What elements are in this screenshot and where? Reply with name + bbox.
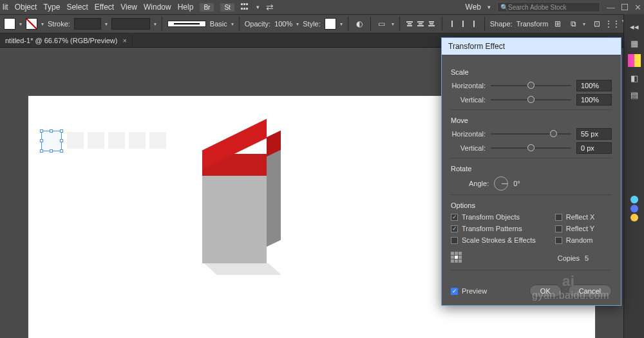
search-stock-input[interactable]: 🔍 Search Adobe Stock [497, 2, 600, 12]
valign-buttons [448, 19, 479, 28]
preview-checkbox[interactable]: Preview [451, 287, 487, 295]
transform-link[interactable]: Transform [516, 20, 549, 28]
chevron-down-icon[interactable]: ▾ [19, 21, 22, 27]
menu-item[interactable]: lit [3, 3, 8, 12]
fill-swatch[interactable] [4, 18, 15, 30]
divider [399, 17, 400, 31]
chevron-down-icon[interactable]: ▾ [392, 21, 394, 27]
align-bottom-icon[interactable] [469, 19, 479, 28]
cancel-button[interactable]: Cancel [568, 285, 612, 297]
align-vcenter-icon[interactable] [459, 19, 468, 28]
move-v-slider[interactable] [491, 144, 571, 153]
transform-icon[interactable]: ⊞ [552, 18, 564, 30]
reflect-x-checkbox[interactable]: Reflect X [555, 213, 595, 221]
scale-strokes-checkbox[interactable]: Scale Strokes & Effects [451, 236, 536, 244]
check-label: Random [566, 236, 593, 244]
align-left-icon[interactable] [405, 19, 415, 28]
arrange-docs-icon[interactable] [241, 3, 250, 11]
check-label: Preview [462, 287, 487, 295]
document-tab[interactable]: ntitled-1* @ 66.67% (RGB/Preview) × [0, 35, 133, 46]
transform-patterns-checkbox[interactable]: Transform Patterns [451, 225, 536, 232]
rotate-angle-row: Angle: 0° [469, 176, 612, 191]
scale-h-slider[interactable] [491, 81, 571, 90]
expand-panels-icon[interactable]: ◂◂ [629, 21, 640, 32]
color-dot[interactable] [630, 196, 638, 203]
move-v-row: Vertical: 0 px [451, 142, 612, 154]
stroke-swatch[interactable] [26, 18, 37, 30]
chevron-down-icon[interactable]: ▾ [340, 21, 343, 27]
style-swatch[interactable] [325, 18, 336, 30]
properties-icon[interactable]: ▦ [629, 37, 640, 49]
menu-item[interactable]: Type [43, 3, 60, 12]
align-hcenter-icon[interactable] [416, 19, 426, 28]
divider [162, 17, 162, 31]
recolor-icon[interactable]: ◐ [354, 18, 365, 30]
selection-box[interactable] [41, 131, 62, 151]
scale-v-value[interactable]: 100% [576, 94, 612, 106]
copy-ghosts [67, 132, 166, 149]
isolate-icon[interactable]: ⊡ [591, 18, 603, 30]
chevron-down-icon[interactable]: ▾ [154, 21, 156, 27]
shape-label: Shape: [490, 20, 513, 28]
main-menubar: lit Object Type Select Effect View Windo… [0, 0, 644, 14]
chevron-down-icon[interactable]: ▾ [583, 21, 585, 27]
search-placeholder: Search Adobe Stock [508, 4, 567, 11]
menu-item[interactable]: Select [66, 3, 88, 12]
workspace-preset[interactable]: Web [466, 3, 481, 12]
align-buttons [405, 19, 437, 28]
dialog-titlebar[interactable]: Transform Effect [442, 38, 621, 55]
color-dot[interactable] [630, 214, 638, 221]
ok-button[interactable]: OK [529, 285, 562, 297]
bridge-button[interactable]: Br [200, 3, 214, 12]
move-h-value[interactable]: 55 px [576, 128, 612, 140]
transform-objects-checkbox[interactable]: Transform Objects [451, 213, 536, 221]
close-tab-icon[interactable]: × [122, 37, 126, 44]
cloud-icon[interactable]: ⇄ [266, 2, 274, 12]
width-profile-input[interactable] [111, 18, 150, 30]
scale-h-row: Horizontal: 100% [451, 80, 612, 91]
libraries-icon[interactable]: ▤ [629, 89, 640, 100]
angle-label: Angle: [469, 180, 489, 187]
brush-preview[interactable] [167, 21, 206, 27]
align-top-icon[interactable] [448, 19, 457, 28]
chevron-down-icon[interactable]: ▾ [231, 21, 234, 27]
opacity-value[interactable]: 100% [274, 20, 292, 28]
menu-item[interactable]: Help [178, 3, 194, 12]
move-v-value[interactable]: 0 px [576, 142, 612, 154]
menu-item[interactable]: Effect [95, 3, 114, 12]
right-panel-strip: ◂◂ ▦ ◧ ▤ [623, 14, 644, 338]
arrange-icon[interactable]: ⧉ [567, 18, 579, 30]
menu-item[interactable]: Object [15, 3, 37, 12]
angle-value[interactable]: 0° [513, 180, 545, 187]
move-section-label: Move [451, 117, 612, 124]
copies-value[interactable]: 5 [585, 254, 612, 262]
rotate-section-label: Rotate [451, 165, 612, 173]
menu-item[interactable]: View [120, 3, 137, 12]
move-h-slider[interactable] [491, 129, 571, 138]
color-dot[interactable] [630, 205, 638, 212]
chevron-down-icon[interactable]: ▾ [256, 4, 260, 10]
stroke-weight-input[interactable] [74, 18, 101, 30]
stock-button[interactable]: St [220, 3, 234, 12]
edit-similar-icon[interactable]: ⋮⋮ [607, 18, 618, 30]
chevron-down-icon[interactable]: ▾ [105, 21, 108, 27]
options-bar: ▾ ▾ Stroke: ▾ ▾ Basic▾ Opacity: 100%▾ St… [0, 14, 644, 33]
chevron-down-icon[interactable]: ▾ [488, 4, 491, 10]
layers-icon[interactable]: ◧ [629, 72, 640, 84]
check-label: Transform Patterns [462, 225, 522, 232]
random-checkbox[interactable]: Random [555, 236, 595, 244]
minimize-icon[interactable]: — [607, 3, 615, 12]
angle-wheel[interactable] [494, 176, 508, 191]
close-icon[interactable]: ✕ [634, 3, 641, 12]
reference-point-icon[interactable] [451, 252, 464, 265]
scale-v-slider[interactable] [491, 95, 571, 104]
align-right-icon[interactable] [427, 19, 437, 28]
reflect-y-checkbox[interactable]: Reflect Y [555, 225, 595, 232]
menu-item[interactable]: Window [144, 3, 171, 12]
swatches-icon[interactable] [628, 54, 641, 67]
maximize-icon[interactable] [621, 4, 628, 10]
chevron-down-icon[interactable]: ▾ [41, 21, 44, 27]
scale-h-value[interactable]: 100% [576, 80, 612, 91]
doc-setup-icon[interactable]: ▭ [376, 18, 388, 30]
chevron-down-icon[interactable]: ▾ [296, 21, 299, 27]
